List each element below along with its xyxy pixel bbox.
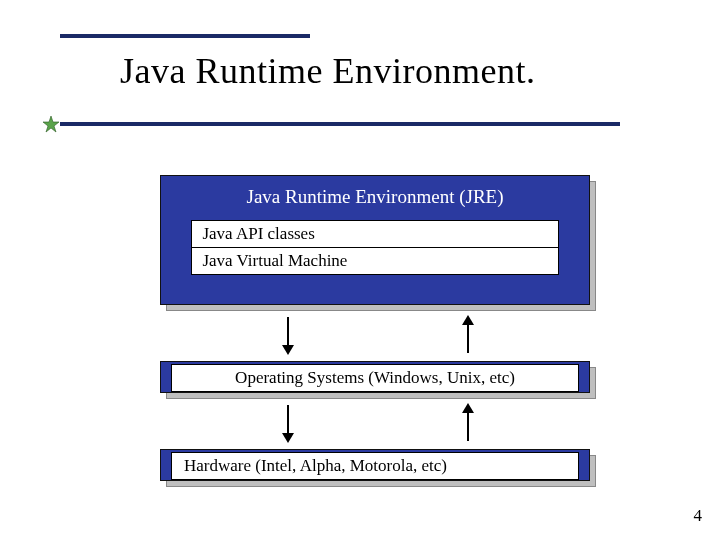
svg-marker-6 bbox=[282, 433, 294, 443]
bullet-icon bbox=[42, 115, 60, 133]
os-block: Operating Systems (Windows, Unix, etc) bbox=[160, 361, 590, 393]
title-rule-bottom bbox=[60, 122, 620, 126]
title-rule-top bbox=[60, 34, 310, 38]
slide: Java Runtime Environment. Java Runtime E… bbox=[0, 0, 720, 540]
jre-block: Java Runtime Environment (JRE) Java API … bbox=[160, 175, 590, 305]
jre-label: Java Runtime Environment (JRE) bbox=[171, 182, 579, 220]
arrow-up-icon bbox=[460, 315, 476, 355]
jre-inner-box: Java API classes Java Virtual Machine bbox=[191, 220, 558, 275]
arrow-row-1 bbox=[160, 315, 590, 355]
block-front: Java Runtime Environment (JRE) Java API … bbox=[160, 175, 590, 305]
svg-marker-3 bbox=[462, 315, 474, 325]
arrow-down-icon bbox=[280, 315, 296, 355]
jvm-label: Java Virtual Machine bbox=[192, 248, 557, 274]
block-front: Operating Systems (Windows, Unix, etc) bbox=[160, 361, 590, 393]
arrow-row-2 bbox=[160, 403, 590, 443]
hardware-label: Hardware (Intel, Alpha, Motorola, etc) bbox=[171, 452, 579, 480]
api-classes-label: Java API classes bbox=[192, 221, 557, 247]
svg-marker-2 bbox=[282, 345, 294, 355]
arrow-down-icon bbox=[280, 403, 296, 443]
svg-marker-7 bbox=[462, 403, 474, 413]
slide-title: Java Runtime Environment. bbox=[120, 50, 535, 92]
os-label: Operating Systems (Windows, Unix, etc) bbox=[171, 364, 579, 392]
hardware-block: Hardware (Intel, Alpha, Motorola, etc) bbox=[160, 449, 590, 481]
page-number: 4 bbox=[694, 506, 703, 526]
block-front: Hardware (Intel, Alpha, Motorola, etc) bbox=[160, 449, 590, 481]
arrow-up-icon bbox=[460, 403, 476, 443]
architecture-diagram: Java Runtime Environment (JRE) Java API … bbox=[160, 175, 590, 491]
svg-marker-0 bbox=[43, 116, 59, 132]
